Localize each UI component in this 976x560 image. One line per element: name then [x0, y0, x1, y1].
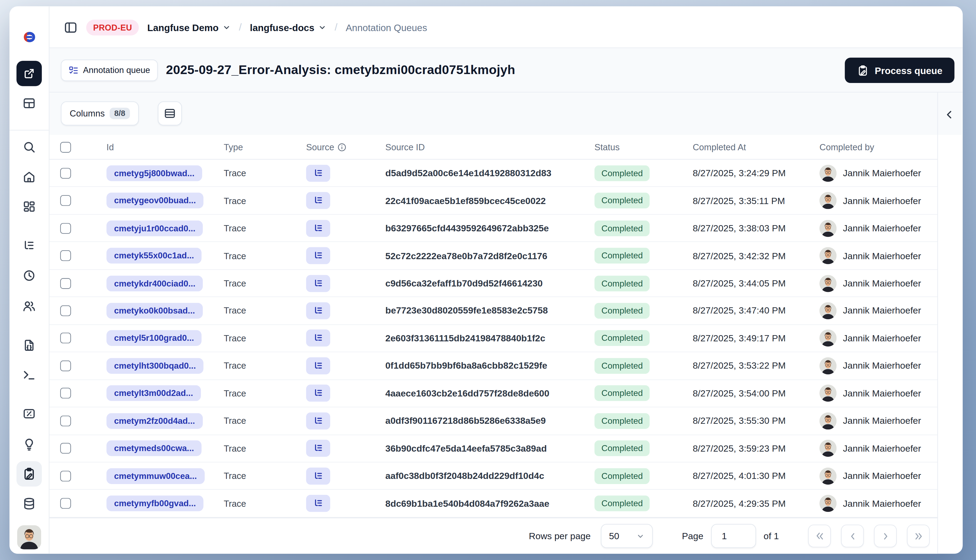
user-avatar[interactable] — [17, 525, 41, 549]
row-checkbox[interactable] — [60, 388, 71, 398]
item-type: Trace — [224, 250, 246, 261]
trace-source-button[interactable] — [306, 440, 330, 457]
row-checkbox[interactable] — [60, 333, 71, 344]
sidebar-toggle-icon[interactable] — [63, 20, 78, 35]
table-icon — [22, 96, 36, 110]
org-switcher[interactable]: Langfuse Demo — [147, 22, 230, 33]
trace-source-button[interactable] — [306, 330, 330, 347]
trace-source-button[interactable] — [306, 412, 330, 430]
item-id-link[interactable]: cmetym2fz00d4ad... — [107, 413, 202, 429]
annotation-queue-chip[interactable]: Annotation queue — [61, 59, 158, 81]
item-id-link[interactable]: cmetyju1r00ccad0... — [107, 220, 203, 236]
sidebar-item-dashboards[interactable] — [17, 194, 42, 219]
chevron-left-icon — [847, 530, 858, 542]
table-row[interactable]: cmetygeov00buad... Trace 22c41f09acae5b1… — [50, 187, 938, 215]
trace-source-button[interactable] — [306, 467, 330, 484]
source-id: d5ad9d52a00c6e14e1d4192880312d83 — [385, 168, 551, 178]
table-row[interactable]: cmetylt3m00d2ad... Trace 4aaece1603cb2e1… — [50, 380, 938, 408]
item-id-link[interactable]: cmetymmuw00cea... — [107, 468, 204, 484]
item-id-link[interactable]: cmetyg5j800bwad... — [107, 165, 202, 181]
rows-per-page-select[interactable]: 50 — [601, 524, 652, 548]
terminal-icon — [22, 368, 36, 382]
item-id-link[interactable]: cmetylht300bqad0... — [107, 358, 204, 374]
sidebar-item-insights[interactable] — [17, 432, 42, 457]
rows-icon — [164, 107, 176, 120]
row-checkbox[interactable] — [60, 250, 71, 261]
table-row[interactable]: cmetymeds00cwa... Trace 36b90cdfc47e5da1… — [50, 435, 938, 462]
info-icon[interactable] — [337, 142, 347, 152]
completed-by: Jannik Maierhoefer — [843, 223, 921, 233]
row-checkbox[interactable] — [60, 443, 71, 454]
completed-by: Jannik Maierhoefer — [843, 278, 921, 288]
last-page-button[interactable] — [907, 525, 929, 547]
trace-source-button[interactable] — [306, 275, 330, 292]
environment-badge[interactable]: PROD-EU — [86, 19, 139, 35]
collapse-panel-button[interactable] — [941, 107, 958, 123]
row-checkbox[interactable] — [60, 470, 71, 482]
item-id-link[interactable]: cmetylt3m00d2ad... — [107, 385, 200, 402]
avatar — [819, 495, 836, 512]
table-row[interactable]: cmetym2fz00d4ad... Trace a0df3f901167218… — [50, 407, 938, 435]
row-checkbox[interactable] — [60, 305, 71, 316]
previous-page-button[interactable] — [841, 525, 864, 547]
sidebar-item-tables[interactable] — [17, 90, 42, 116]
table-row[interactable]: cmetyg5j800bwad... Trace d5ad9d52a00c6e1… — [50, 160, 938, 187]
table-row[interactable]: cmetyju1r00ccad0... Trace b63297665cfd44… — [50, 215, 938, 242]
row-height-button[interactable] — [158, 102, 182, 125]
row-checkbox[interactable] — [60, 195, 71, 206]
breadcrumb-separator: / — [239, 22, 242, 33]
row-checkbox[interactable] — [60, 415, 71, 426]
trace-source-button[interactable] — [306, 192, 330, 209]
first-page-button[interactable] — [808, 525, 831, 547]
select-all-checkbox[interactable] — [60, 142, 71, 152]
trace-source-button[interactable] — [306, 357, 330, 374]
avatar — [819, 467, 836, 484]
table-row[interactable]: cmetyl5r100grad0... Trace 2e603f31361115… — [50, 325, 938, 352]
table-row[interactable]: cmetyko0k00bsad... Trace be7723e30d80205… — [50, 297, 938, 325]
sidebar-item-home[interactable] — [17, 164, 42, 190]
table-row[interactable]: cmetymmuw00cea... Trace aaf0c38db0f3f204… — [50, 462, 938, 490]
item-id-link[interactable]: cmetyko0k00bsad... — [107, 303, 202, 318]
table-row[interactable]: cmetyk55x00c1ad... Trace 52c72c2222ea78e… — [50, 242, 938, 270]
sidebar-item-evaluators[interactable] — [17, 401, 42, 427]
sidebar-item-sessions[interactable] — [17, 263, 42, 288]
trace-source-button[interactable] — [306, 495, 330, 512]
row-checkbox[interactable] — [60, 360, 71, 372]
trace-source-button[interactable] — [306, 165, 330, 182]
sidebar-item-datasets[interactable] — [17, 491, 42, 517]
item-id-link[interactable]: cmetykdr400ciad0... — [107, 275, 203, 292]
table-row[interactable]: cmetylht300bqad0... Trace 0f1dd65b7bb9bf… — [50, 352, 938, 380]
trace-source-button[interactable] — [306, 220, 330, 237]
item-id-link[interactable]: cmetygeov00buad... — [107, 193, 204, 208]
trace-source-button[interactable] — [306, 302, 330, 319]
row-checkbox[interactable] — [60, 223, 71, 233]
page-number-input[interactable]: 1 — [711, 524, 756, 548]
table-row[interactable]: cmetykdr400ciad0... Trace c9d56ca32efaff… — [50, 270, 938, 297]
trace-source-button[interactable] — [306, 385, 330, 402]
next-page-button[interactable] — [874, 525, 897, 547]
sidebar-item-go-to-project[interactable] — [17, 61, 42, 86]
app-logo[interactable] — [17, 24, 42, 50]
column-header-completed-at: Completed At — [685, 142, 812, 152]
sidebar-item-tracing[interactable] — [17, 233, 42, 258]
sidebar-item-prompts[interactable] — [17, 333, 42, 358]
sidebar-item-search[interactable] — [17, 134, 42, 160]
sidebar-item-users[interactable] — [17, 293, 42, 318]
source-id: 36b90cdfc47e5da14eefa5785c3a89ad — [385, 443, 547, 453]
item-id-link[interactable]: cmetyk55x00c1ad... — [107, 248, 202, 264]
sidebar-item-playground[interactable] — [17, 362, 42, 388]
item-id-link[interactable]: cmetymyfb00gvad... — [107, 495, 204, 512]
avatar — [819, 330, 836, 347]
process-queue-button[interactable]: Process queue — [845, 58, 954, 83]
completed-at: 8/27/2025, 3:38:03 PM — [692, 223, 786, 233]
sidebar-item-annotation-queues[interactable] — [17, 462, 42, 487]
row-checkbox[interactable] — [60, 278, 71, 288]
item-id-link[interactable]: cmetyl5r100grad0... — [107, 330, 202, 346]
columns-button[interactable]: Columns 8/8 — [61, 102, 138, 125]
trace-source-button[interactable] — [306, 247, 330, 264]
row-checkbox[interactable] — [60, 168, 71, 178]
project-switcher[interactable]: langfuse-docs — [250, 22, 326, 33]
table-row[interactable]: cmetymyfb00gvad... Trace 8dc69b1ba1e540b… — [50, 490, 938, 518]
item-id-link[interactable]: cmetymeds00cwa... — [107, 440, 202, 457]
row-checkbox[interactable] — [60, 498, 71, 509]
